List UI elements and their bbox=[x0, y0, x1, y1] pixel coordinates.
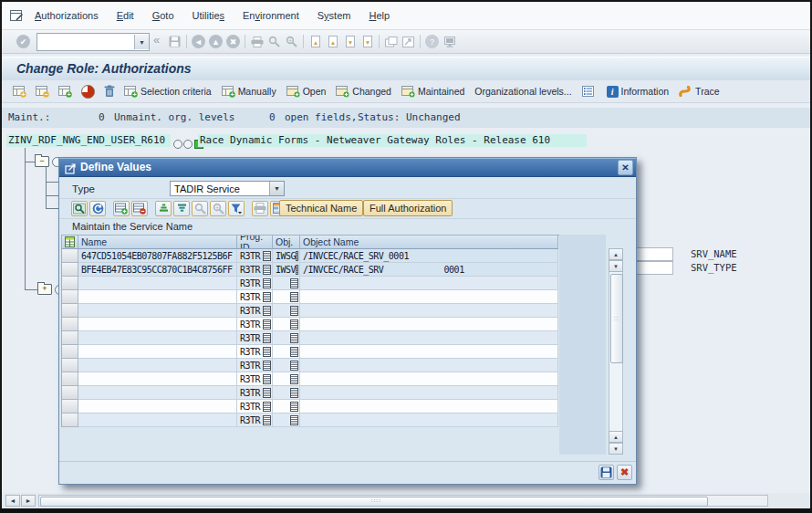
command-dropdown-icon[interactable]: ▼ bbox=[134, 35, 149, 49]
row-selector[interactable] bbox=[62, 277, 78, 290]
prog-id-cell[interactable]: R3TR bbox=[237, 304, 273, 318]
obj-cell[interactable] bbox=[273, 304, 300, 318]
table-vertical-scrollbar[interactable]: ▲ ▼ ∷ ▲ ▼ bbox=[609, 248, 623, 455]
prog-id-cell[interactable]: R3TR bbox=[237, 400, 273, 414]
select-all-icon[interactable] bbox=[62, 236, 78, 249]
delete-row-icon[interactable] bbox=[131, 201, 148, 216]
name-cell[interactable] bbox=[78, 386, 237, 400]
value-help-icon[interactable] bbox=[263, 402, 271, 412]
next-page-icon[interactable]: ▼ bbox=[341, 34, 359, 50]
prog-id-cell[interactable]: R3TR bbox=[237, 290, 273, 304]
scroll-down-icon[interactable]: ▼ bbox=[609, 260, 623, 272]
menu-item-utilities[interactable]: Utilities bbox=[183, 8, 234, 23]
name-cell[interactable] bbox=[78, 304, 237, 318]
prog-id-cell[interactable]: R3TR bbox=[237, 372, 273, 386]
obj-cell[interactable] bbox=[273, 290, 300, 304]
value-help-icon[interactable] bbox=[263, 361, 271, 371]
prog-id-cell[interactable]: R3TR bbox=[237, 331, 273, 345]
name-cell[interactable] bbox=[78, 277, 237, 290]
row-selector[interactable] bbox=[62, 414, 78, 427]
name-cell[interactable] bbox=[78, 400, 237, 414]
dialog-close-icon[interactable]: ✕ bbox=[618, 160, 633, 175]
row-selector[interactable] bbox=[62, 400, 78, 414]
obj-cell[interactable] bbox=[273, 414, 300, 427]
value-help-icon[interactable] bbox=[290, 388, 298, 398]
scroll-up-icon[interactable]: ▲ bbox=[609, 248, 623, 260]
command-input[interactable] bbox=[37, 35, 134, 49]
value-help-icon[interactable] bbox=[263, 292, 271, 302]
value-help-icon[interactable] bbox=[290, 278, 298, 288]
value-help-icon[interactable] bbox=[290, 306, 298, 316]
value-help-icon[interactable] bbox=[290, 374, 298, 384]
horizontal-scrollbar[interactable]: ◄ ► ∷∷ bbox=[2, 493, 810, 508]
create-shortcut-icon[interactable] bbox=[400, 34, 417, 50]
row-selector[interactable] bbox=[62, 304, 78, 318]
previous-page-icon[interactable]: ▲ bbox=[324, 34, 341, 50]
name-cell[interactable] bbox=[78, 372, 237, 386]
row-selector[interactable] bbox=[62, 372, 78, 386]
obj-cell[interactable] bbox=[273, 400, 300, 414]
list-icon[interactable] bbox=[582, 86, 597, 97]
obj-cell[interactable] bbox=[273, 359, 300, 372]
value-help-icon[interactable] bbox=[263, 333, 271, 343]
value-help-icon[interactable] bbox=[263, 306, 271, 316]
last-page-icon[interactable]: ▼ bbox=[359, 34, 376, 50]
technical-name-button[interactable]: Technical Name bbox=[279, 200, 363, 216]
find-next-icon[interactable]: + bbox=[210, 201, 226, 216]
insert-authorization-icon[interactable]: + bbox=[58, 86, 75, 98]
tree-folder-open-icon[interactable]: − bbox=[35, 156, 49, 167]
find-next-icon[interactable]: + bbox=[283, 34, 300, 50]
object-name-cell[interactable] bbox=[300, 290, 558, 304]
object-name-cell[interactable] bbox=[300, 304, 558, 318]
prog-id-cell[interactable]: R3TR bbox=[237, 386, 273, 400]
value-help-icon[interactable] bbox=[263, 251, 271, 261]
first-page-icon[interactable]: ▲ bbox=[307, 34, 324, 50]
value-help-icon[interactable] bbox=[290, 333, 298, 343]
sort-descending-icon[interactable] bbox=[173, 201, 190, 216]
prog-id-cell[interactable]: R3TR bbox=[237, 277, 273, 290]
scroll-down-icon[interactable]: ▼ bbox=[609, 443, 623, 455]
value-help-icon[interactable] bbox=[290, 319, 298, 330]
menu-item-goto[interactable]: Goto bbox=[143, 8, 183, 23]
obj-cell[interactable] bbox=[273, 386, 300, 400]
collapse-subtree-icon[interactable]: − bbox=[36, 86, 52, 98]
scroll-right-icon[interactable]: ► bbox=[21, 495, 36, 507]
print-icon[interactable] bbox=[248, 34, 265, 50]
dialog-title-bar[interactable]: Define Values ✕ bbox=[59, 158, 636, 177]
maintained-button[interactable]: Maintained bbox=[401, 86, 464, 98]
save-icon[interactable] bbox=[166, 34, 183, 50]
new-session-icon[interactable] bbox=[382, 34, 400, 50]
value-help-icon[interactable] bbox=[290, 292, 298, 302]
enter-icon[interactable]: ✔ bbox=[16, 35, 30, 48]
value-help-icon[interactable] bbox=[296, 251, 298, 261]
changed-button[interactable]: Changed bbox=[336, 86, 391, 98]
prog-id-cell[interactable]: R3TR bbox=[237, 345, 273, 359]
prog-id-cell[interactable]: R3TR bbox=[237, 359, 273, 372]
value-help-icon[interactable] bbox=[290, 361, 298, 371]
full-authorization-button[interactable]: Full Authorization bbox=[363, 200, 453, 216]
name-cell[interactable]: 647CD51054EB07807FA882F5125B6F bbox=[78, 249, 237, 263]
expand-subtree-icon[interactable]: + bbox=[13, 86, 29, 98]
save-button[interactable] bbox=[599, 465, 614, 480]
name-cell[interactable] bbox=[78, 331, 237, 345]
object-name-cell[interactable]: /INVCEC/RACE_SRV_0001 bbox=[300, 249, 558, 263]
object-name-cell[interactable] bbox=[300, 345, 558, 359]
obj-cell[interactable] bbox=[273, 345, 300, 359]
name-cell[interactable] bbox=[78, 318, 237, 331]
menu-item-environment[interactable]: Environment bbox=[234, 8, 308, 23]
row-selector[interactable] bbox=[62, 290, 78, 304]
value-help-icon[interactable] bbox=[263, 415, 271, 425]
value-help-icon[interactable] bbox=[263, 319, 271, 330]
refresh-icon[interactable] bbox=[89, 201, 106, 216]
scrollbar-thumb[interactable]: ∷ bbox=[610, 274, 623, 363]
row-selector[interactable] bbox=[62, 331, 78, 345]
scroll-left-icon[interactable]: ◄ bbox=[5, 495, 20, 507]
obj-cell[interactable]: IWSV bbox=[273, 263, 300, 277]
print-icon[interactable] bbox=[252, 201, 268, 216]
chevron-down-icon[interactable]: ▼ bbox=[269, 182, 284, 195]
command-field[interactable]: ▼ bbox=[36, 33, 150, 51]
exit-icon[interactable]: ▲ bbox=[207, 34, 224, 50]
type-dropdown[interactable]: TADIR Service ▼ bbox=[170, 181, 285, 196]
organizational-levels-button[interactable]: Organizational levels... bbox=[474, 86, 571, 97]
prog-id-cell[interactable]: R3TR bbox=[237, 263, 273, 277]
